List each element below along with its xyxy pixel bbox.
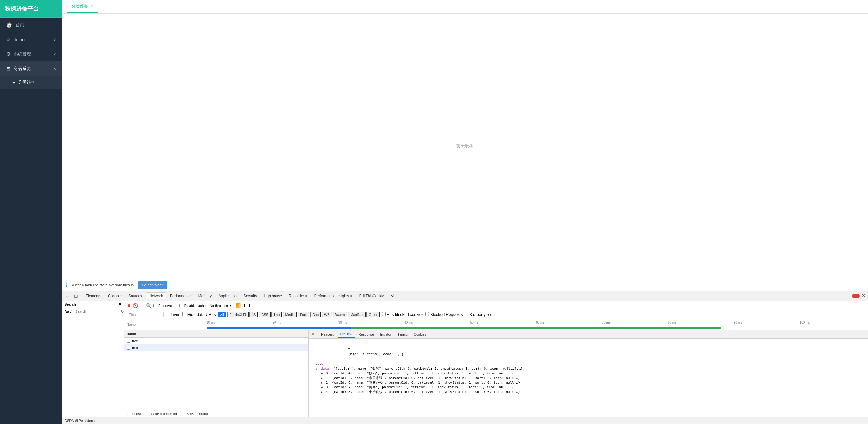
clear-icon[interactable]: 🚫 (133, 303, 138, 308)
hide-data-urls-checkbox[interactable] (182, 312, 186, 316)
third-party-label[interactable]: 3rd-party requ (465, 312, 495, 317)
disable-cache-checkbox[interactable] (179, 304, 183, 307)
filter-wasm-button[interactable]: Wasm (333, 312, 347, 317)
filter-media-button[interactable]: Media (283, 312, 297, 317)
demo-icon: ☆ (6, 37, 10, 42)
tab-preview[interactable]: Preview (338, 331, 355, 337)
request-count: 2 requests (127, 412, 143, 416)
sidebar-item-goods[interactable]: ⊟ 商品系统 ∧ (0, 61, 62, 76)
close-devtools-icon[interactable]: ✕ (862, 293, 866, 299)
filter-font-button[interactable]: Font (298, 312, 309, 317)
override-bar: ℹ Select a folder to store override file… (62, 279, 868, 291)
filter-js-button[interactable]: JS (249, 312, 258, 317)
json-toggle[interactable] (348, 347, 350, 351)
sidebar-item-home[interactable]: 🏠 首页 (0, 18, 62, 32)
filter-manifest-button[interactable]: Manifest (348, 312, 366, 317)
tab-sources[interactable]: Sources (125, 293, 145, 299)
filter-other-button[interactable]: Other (366, 312, 380, 317)
json-root[interactable]: {msg: "success", code: 0,…} (311, 340, 866, 362)
record-icon[interactable]: ⏺ (127, 303, 131, 308)
preserve-log-label[interactable]: Preserve log (153, 304, 178, 307)
tab-lighthouse[interactable]: Lighthouse (260, 293, 285, 299)
tab-performance[interactable]: Performance (167, 293, 194, 299)
sidebar-item-demo[interactable]: ☆ demo ∨ (0, 32, 62, 47)
table-row[interactable]: tree (124, 337, 308, 344)
json-item-name: 电脑办公 (369, 381, 382, 385)
search-close-icon[interactable]: ✕ (119, 302, 121, 306)
element-picker-icon[interactable]: ⊹ (64, 293, 71, 299)
filter-doc-button[interactable]: Doc (310, 312, 321, 317)
json-data-line[interactable]: data: [{catId: 4, name: "数码", parentCid:… (316, 366, 866, 371)
sidebar-item-category[interactable]: ≡ 分类维护 (0, 76, 62, 89)
tab-response[interactable]: Response (356, 332, 377, 337)
filter-css-button[interactable]: CSS (259, 312, 271, 317)
json-item-toggle[interactable] (321, 371, 323, 376)
sidebar-header: 秋枫进修平台 (0, 0, 62, 18)
tab-timing[interactable]: Timing (395, 332, 410, 337)
select-folder-button[interactable]: Select folder (138, 282, 167, 289)
upload-icon[interactable]: ⬆ (243, 303, 246, 308)
sidebar-item-label: 分类维护 (18, 80, 35, 85)
json-item-toggle[interactable] (321, 390, 323, 394)
tab-security[interactable]: Security (241, 293, 260, 299)
sidebar-item-label: 商品系统 (13, 66, 31, 72)
tab-cookies[interactable]: Cookies (411, 332, 429, 337)
json-item-0[interactable]: 0: {catId: 4, name: "数码", parentCid: 0, … (321, 371, 866, 376)
filter-all-button[interactable]: All (218, 312, 226, 317)
row-checkbox[interactable] (127, 346, 130, 350)
search-input[interactable] (73, 309, 119, 314)
filter-icon[interactable]: ⋮ (140, 303, 144, 308)
filter-ws-button[interactable]: WS (322, 312, 332, 317)
tab-label: 分类维护 (71, 4, 89, 9)
tab-memory[interactable]: Memory (195, 293, 215, 299)
wifi-icon[interactable]: 📶 (236, 303, 241, 308)
json-data-toggle[interactable] (316, 367, 319, 371)
third-party-checkbox[interactable] (465, 312, 468, 316)
filter-img-button[interactable]: Img (272, 312, 282, 317)
tab-elements[interactable]: Elements (83, 293, 104, 299)
tab-close-button[interactable]: ✕ (91, 4, 94, 9)
filter-input[interactable] (127, 312, 164, 317)
tab-initiator[interactable]: Initiator (377, 332, 394, 337)
tab-console[interactable]: Console (105, 293, 125, 299)
blocked-requests-label[interactable]: Blocked Requests (425, 312, 463, 317)
tab-category[interactable]: 分类维护 ✕ (67, 1, 98, 13)
tab-perf-insights[interactable]: Performance insights ⌗ (311, 293, 355, 299)
blocked-cookies-label[interactable]: Has blocked cookies (382, 312, 424, 317)
json-item-2[interactable]: 2: {catId: 6, name: "电脑办公", parentCid: 0… (321, 380, 866, 385)
throttle-select[interactable]: No throttling ▾ (208, 303, 234, 308)
tabs-bar: 分类维护 ✕ (62, 0, 868, 13)
json-item-3[interactable]: 3: {catId: 7, name: "厨具", parentCid: 0, … (321, 385, 866, 390)
tab-vue[interactable]: Vue (388, 293, 401, 299)
download-icon[interactable]: ⬇ (248, 303, 251, 308)
device-toggle-icon[interactable]: ⊡ (72, 293, 80, 299)
blocked-cookies-checkbox[interactable] (382, 312, 385, 316)
disable-cache-label[interactable]: Disable cache (179, 304, 206, 307)
table-row[interactable]: tree (124, 344, 308, 351)
json-item-1[interactable]: 1: {catId: 5, name: "家居家装", parentCid: 0… (321, 376, 866, 380)
row-checkbox[interactable] (127, 339, 130, 343)
tab-recorder[interactable]: Recorder ⌗ (286, 293, 311, 299)
json-item-4[interactable]: 4: {catId: 8, name: "个护化妆", parentCid: 0… (321, 390, 866, 394)
tab-application[interactable]: Application (215, 293, 240, 299)
blocked-requests-checkbox[interactable] (425, 312, 429, 316)
preserve-log-checkbox[interactable] (153, 304, 157, 307)
invert-checkbox[interactable] (166, 312, 169, 316)
tab-editcookie[interactable]: EditThisCookie (356, 293, 388, 299)
hide-data-urls-label[interactable]: Hide data URLs (182, 312, 216, 317)
filter-fetch-button[interactable]: Fetch/XHR (227, 312, 249, 317)
json-item-toggle[interactable] (321, 381, 323, 385)
sidebar-item-sysadmin[interactable]: ⚙ 系统管理 ∨ (0, 47, 62, 61)
tab-headers[interactable]: Headers (319, 332, 337, 337)
json-item-toggle[interactable] (321, 385, 323, 389)
transferred-size: 177 kB transferred (149, 412, 177, 416)
sidebar-item-label: 系统管理 (14, 52, 31, 57)
invert-label[interactable]: Invert (166, 312, 181, 317)
close-preview-icon[interactable]: ✕ (311, 332, 315, 337)
sidebar-item-label: demo (14, 37, 25, 42)
search-network-icon[interactable]: 🔍 (146, 303, 151, 308)
tab-network[interactable]: Network (146, 292, 166, 299)
json-item-toggle[interactable] (321, 376, 323, 380)
page-content: 暂无数据 (62, 13, 868, 279)
refresh-icon[interactable]: ↻ (121, 309, 124, 314)
